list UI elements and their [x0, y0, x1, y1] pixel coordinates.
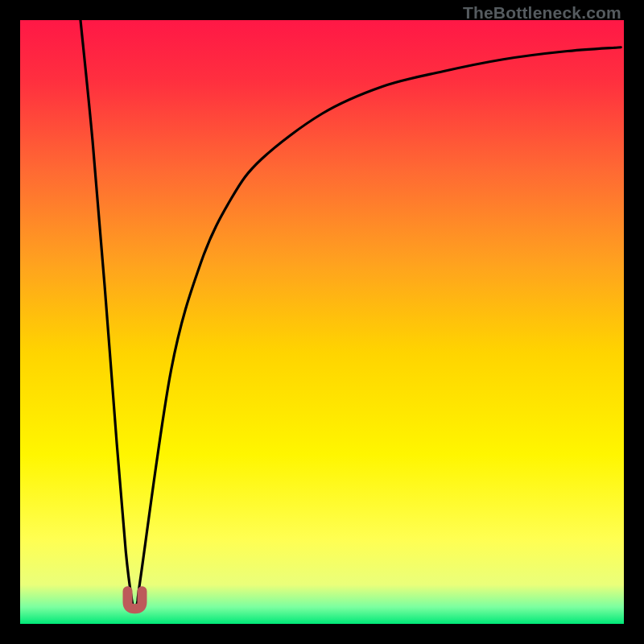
plot-area [20, 20, 624, 624]
bottleneck-curve [80, 20, 621, 609]
curve-layer [20, 20, 624, 624]
chart-frame: TheBottleneck.com [0, 0, 644, 644]
optimum-cap-icon [128, 591, 142, 609]
